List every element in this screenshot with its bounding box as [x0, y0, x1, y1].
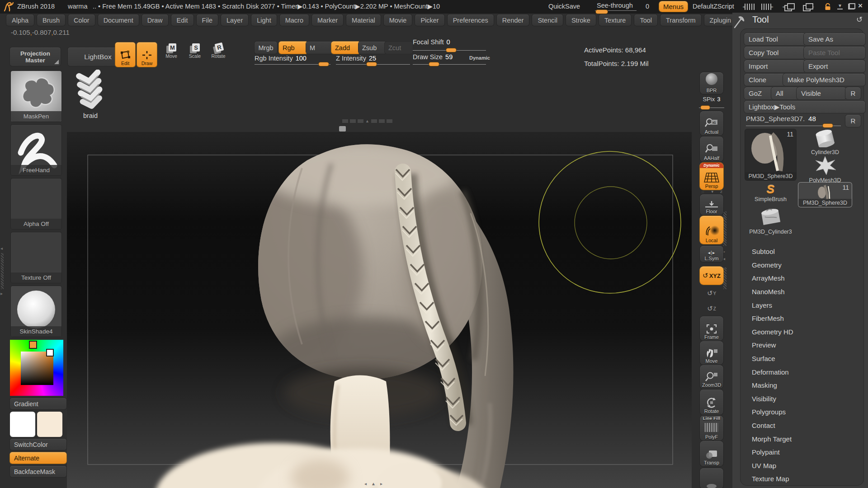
minimize-icon[interactable]: ▼: [837, 4, 843, 9]
canvas-drag-handle[interactable]: [339, 126, 346, 131]
make-polymesh3d-button[interactable]: Make PolyMesh3D: [783, 74, 865, 86]
goz-all-button[interactable]: All: [771, 87, 799, 99]
export-button[interactable]: Export: [804, 60, 865, 72]
alpha-selector[interactable]: Alpha Off: [11, 178, 61, 229]
menu-zplugin[interactable]: Zplugin: [704, 14, 737, 26]
left-tray-divider[interactable]: [1, 253, 4, 289]
z-rotation-button[interactable]: ↺Z: [700, 305, 723, 313]
menu-color[interactable]: Color: [68, 14, 95, 26]
menu-movie[interactable]: Movie: [384, 14, 412, 26]
clone-button[interactable]: Clone: [744, 74, 786, 86]
menu-document[interactable]: Document: [98, 14, 139, 26]
switchcolor-button[interactable]: SwitchColor: [10, 439, 66, 450]
saturation-square[interactable]: [21, 352, 53, 385]
active-tool-slider[interactable]: [746, 126, 841, 126]
lock-icon[interactable]: [824, 3, 832, 12]
material-selector[interactable]: SkinShade4: [11, 286, 61, 337]
scale-mode-button[interactable]: S Scale: [185, 43, 205, 66]
section-arraymesh[interactable]: ArrayMesh: [745, 272, 867, 285]
section-texture-map[interactable]: Texture Map: [745, 472, 867, 486]
m-button[interactable]: M: [306, 42, 333, 54]
goz-visible-button[interactable]: Visible: [797, 87, 846, 99]
brush-selector[interactable]: MaskPen: [11, 71, 61, 122]
edit-mode-button[interactable]: Edit: [115, 42, 135, 67]
dynamic-mode-toggle[interactable]: Dynamic: [469, 55, 490, 61]
paste-tool-button[interactable]: Paste Tool: [804, 47, 865, 59]
lightbox-tools-button[interactable]: Lightbox▶Tools: [744, 101, 865, 113]
menu-draw[interactable]: Draw: [142, 14, 168, 26]
quicksave-button[interactable]: QuickSave: [548, 3, 580, 10]
collapse-left-tray-icon[interactable]: ◂: [742, 4, 755, 10]
main-color-swatch[interactable]: [10, 412, 35, 437]
section-nanomesh[interactable]: NanoMesh: [745, 285, 867, 299]
zsub-button[interactable]: Zsub: [359, 42, 387, 54]
collapse-right-tray-icon[interactable]: ▸: [761, 4, 774, 10]
alternate-button[interactable]: Alternate: [10, 452, 66, 464]
current-brush-thumb[interactable]: [75, 70, 105, 110]
section-fibermesh[interactable]: FiberMesh: [745, 312, 867, 325]
menu-tool[interactable]: Tool: [634, 14, 657, 26]
z-intensity-slider[interactable]: [336, 64, 410, 65]
right-tray-divider[interactable]: [723, 211, 726, 246]
section-masking[interactable]: Masking: [745, 379, 867, 392]
goz-button[interactable]: GoZ: [744, 87, 774, 99]
zoom3d-button[interactable]: Zoom3D: [700, 365, 723, 389]
menu-stroke[interactable]: Stroke: [566, 14, 596, 26]
transparency-button[interactable]: Transp: [700, 441, 723, 466]
menu-alpha[interactable]: Alpha: [6, 14, 34, 26]
close-icon[interactable]: ×: [858, 1, 863, 10]
color-cursor[interactable]: [46, 349, 54, 357]
move-canvas-button[interactable]: Move: [700, 341, 723, 365]
bottom-tray-divider[interactable]: ◂ ▲ ▸: [364, 482, 382, 486]
menu-light[interactable]: Light: [251, 14, 276, 26]
menu-picker[interactable]: Picker: [415, 14, 444, 26]
gradient-button[interactable]: Gradient: [10, 398, 66, 409]
section-deformation[interactable]: Deformation: [745, 365, 867, 379]
focal-shift-slider[interactable]: [413, 50, 486, 51]
tool-thumb-pm3d-cylinder[interactable]: PM3D_Cylinder3: [745, 208, 796, 234]
zcut-button[interactable]: Zcut: [385, 42, 413, 54]
tool-thumb-cylinder3d[interactable]: Cylinder3D: [798, 129, 852, 154]
menu-render[interactable]: Render: [497, 14, 529, 26]
section-geometry-hd[interactable]: Geometry HD: [745, 325, 867, 339]
section-contact[interactable]: Contact: [745, 419, 867, 432]
left-divider-arrow-icon[interactable]: ▸: [0, 291, 3, 296]
menu-edit[interactable]: Edit: [171, 14, 193, 26]
zscript-name[interactable]: DefaultZScript: [693, 3, 734, 10]
move-mode-button[interactable]: M Move: [161, 43, 181, 66]
load-tool-button[interactable]: Load Tool: [744, 33, 806, 45]
tool-thumb-simplebrush[interactable]: S SimpleBrush: [745, 183, 796, 206]
section-polygroups[interactable]: Polygroups: [745, 405, 867, 419]
floor-axis-toggles[interactable]: ::▼Z: [702, 190, 722, 194]
next-layout-icon[interactable]: ▸: [803, 3, 814, 10]
y-rotation-button[interactable]: ↺Y: [700, 289, 723, 297]
tool-r-button[interactable]: R: [845, 115, 861, 127]
see-through-slider[interactable]: [596, 10, 608, 14]
prev-layout-icon[interactable]: ◂: [782, 3, 793, 10]
goz-r-button[interactable]: R: [845, 87, 861, 99]
draw-mode-button[interactable]: Draw: [137, 42, 157, 67]
rgb-button[interactable]: Rgb: [279, 42, 308, 54]
aahalf-button[interactable]: AAHalf: [700, 136, 723, 162]
menu-layer[interactable]: Layer: [221, 14, 248, 26]
texture-selector[interactable]: Texture Off: [11, 232, 61, 283]
section-layers[interactable]: Layers: [745, 298, 867, 312]
menus-button[interactable]: Menus: [659, 1, 688, 12]
color-picker[interactable]: [10, 340, 63, 396]
draw-size-slider[interactable]: [413, 64, 486, 65]
perspective-button[interactable]: Dynamic Persp: [700, 163, 723, 190]
section-visibility[interactable]: Visibility: [745, 392, 867, 406]
rgb-intensity-slider[interactable]: [255, 64, 330, 65]
section-preview[interactable]: Preview: [745, 338, 867, 352]
ghost-button[interactable]: [700, 468, 723, 488]
xyz-rotation-button[interactable]: ↺ XYZ: [700, 267, 723, 285]
import-button[interactable]: Import: [744, 60, 806, 72]
menu-transform[interactable]: Transform: [660, 14, 701, 26]
restore-icon[interactable]: [848, 3, 855, 9]
bpr-render-button[interactable]: BPR: [700, 72, 723, 94]
projection-master-button[interactable]: Projection Master: [10, 47, 61, 66]
restore-config-icon[interactable]: ↻: [856, 15, 863, 24]
polyframe-button[interactable]: Line Fill PolyF: [700, 416, 723, 441]
stroke-selector[interactable]: FreeHand: [11, 125, 61, 175]
section-uv-map[interactable]: UV Map: [745, 459, 867, 473]
